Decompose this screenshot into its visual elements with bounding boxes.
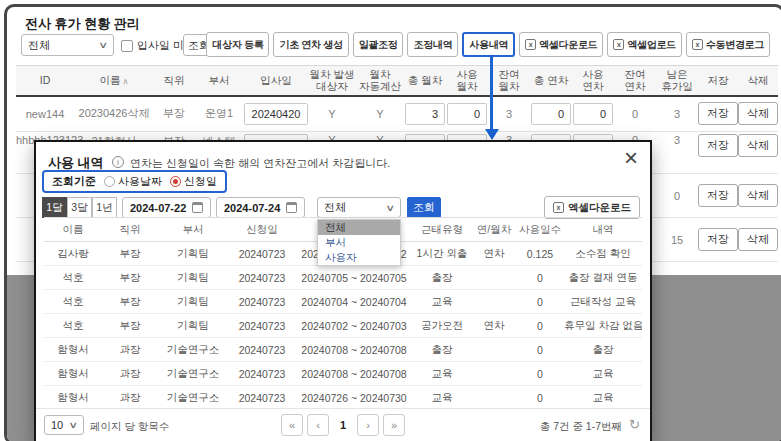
type-option-2[interactable]: 사용자	[318, 250, 400, 265]
delete-button[interactable]: 삭제	[738, 228, 778, 251]
type-select[interactable]: 전체 ∨	[317, 197, 401, 218]
column-header[interactable]: 저장	[698, 66, 738, 96]
dept-cell: 기술연구소	[158, 362, 228, 386]
del-cell: 삭제	[738, 174, 778, 218]
attendance-type-cell: 교육	[412, 362, 472, 386]
modal-excel-download-button[interactable]: x 엑셀다운로드	[544, 196, 640, 219]
leave-type-cell	[472, 338, 516, 362]
column-header[interactable]: 총 월차	[404, 66, 446, 96]
toolbar-button-adjust-history[interactable]: 조정내역	[407, 32, 458, 57]
usage-row: 석호부장기획팀2024072320240702 ~ 20240703공가오전연차…	[44, 314, 642, 338]
save-button[interactable]: 저장	[698, 102, 738, 125]
period-cell: 20240704 ~ 20240704	[296, 290, 412, 314]
remain_annual-cell: 0	[614, 96, 656, 132]
usage-row: 함형서과장기술연구소2024072320240708 ~ 20240708출장0…	[44, 338, 642, 362]
column-header[interactable]: 월차 자동계산	[356, 66, 404, 96]
usage-row: 석호부장기획팀2024072320240704 ~ 20240704교육0근태작…	[44, 290, 642, 314]
per-page-select[interactable]: 10 ∨	[44, 415, 84, 435]
excel-upload-icon: x	[613, 39, 624, 50]
monthly_auto-cell: Y	[356, 96, 404, 132]
total_monthly-input[interactable]	[405, 103, 445, 125]
toolbar-button-manual-change-log[interactable]: x수동변경로그	[686, 32, 770, 57]
scope-select[interactable]: 전체 ∨	[21, 34, 114, 56]
date-from-input[interactable]: 2024-07-22	[122, 197, 211, 218]
column-header[interactable]: 남은 휴가일	[656, 66, 698, 96]
delete-button[interactable]: 삭제	[738, 134, 778, 157]
toolbar-button-excel-upload[interactable]: x엑셀업로드	[607, 32, 682, 57]
toolbar-button-label: 엑셀다운로드	[539, 38, 597, 52]
refresh-icon[interactable]: ↻	[629, 417, 640, 432]
column-header[interactable]: 이름∧	[74, 66, 154, 96]
used-days-cell: 0	[516, 290, 564, 314]
used_monthly-input[interactable]	[447, 103, 487, 125]
dept-cell: 기획팀	[158, 290, 228, 314]
column-header[interactable]: 입사일	[244, 66, 308, 96]
save-cell: 저장	[698, 132, 738, 174]
column-header[interactable]: 사용 연차	[572, 66, 614, 96]
type-option-0[interactable]: 전체	[318, 220, 400, 235]
sort-asc-icon: ∧	[123, 77, 129, 86]
save-button[interactable]: 저장	[698, 184, 738, 207]
range-button-2[interactable]: 1년	[92, 197, 117, 218]
toolbar-button-label: 사용내역	[469, 38, 508, 52]
attendance-type-cell: 교육	[412, 290, 472, 314]
column-header[interactable]: 부서	[194, 66, 244, 96]
request-date-cell: 20240723	[228, 362, 296, 386]
leave-type-cell	[472, 362, 516, 386]
period-cell: 20240708 ~ 20240708	[296, 362, 412, 386]
column-header: 이름	[44, 218, 102, 242]
request-date-cell: 20240723	[228, 338, 296, 362]
prev-page-button[interactable]: ‹	[307, 414, 329, 436]
close-icon[interactable]: ×	[624, 146, 638, 170]
used-days-cell: 0	[516, 266, 564, 290]
monthly_target-cell: Y	[308, 96, 356, 132]
column-header[interactable]: 사용 월차	[446, 66, 488, 96]
last-page-button[interactable]: »	[383, 414, 405, 436]
request-date-cell: 20240723	[228, 314, 296, 338]
request-date-cell: 20240723	[228, 290, 296, 314]
column-header[interactable]: 잔여 연차	[614, 66, 656, 96]
modal-excel-download-label: 엑셀다운로드	[568, 201, 631, 215]
first-page-button[interactable]: «	[281, 414, 303, 436]
modal-search-button[interactable]: 조회	[407, 197, 441, 218]
type-option-1[interactable]: 부서	[318, 235, 400, 250]
toolbar-button-register-target[interactable]: 대상자 등록	[206, 32, 269, 57]
usage-date-radio[interactable]: 사용날짜	[104, 174, 162, 189]
request-date-radio[interactable]: 신청일	[170, 174, 217, 189]
save-button[interactable]: 저장	[698, 134, 738, 157]
checkbox-icon	[121, 40, 133, 52]
toolbar-button-usage-history[interactable]: 사용내역	[462, 32, 515, 57]
column-header[interactable]: 잔여 월차	[488, 66, 530, 96]
toolbar-button-bulk-adjust[interactable]: 일괄조정	[353, 32, 404, 57]
save-button[interactable]: 저장	[698, 228, 738, 251]
range-button-0[interactable]: 1달	[42, 197, 67, 218]
used-days-cell: 0	[516, 386, 564, 410]
current-page: 1	[333, 419, 353, 431]
column-header[interactable]: 직위	[154, 66, 194, 96]
used-days-cell: 0	[516, 314, 564, 338]
position-cell: 부장	[102, 314, 158, 338]
delete-button[interactable]: 삭제	[738, 102, 778, 125]
toolbar-button-create-base-annual[interactable]: 기초 연차 생성	[273, 32, 348, 57]
calendar-icon	[286, 202, 297, 213]
column-header: 근태유형	[412, 218, 472, 242]
join_date-input[interactable]	[244, 103, 308, 125]
column-header[interactable]: 월차 발생 대상자	[308, 66, 356, 96]
date-to-input[interactable]: 2024-07-24	[216, 197, 305, 218]
toolbar-button-excel-download[interactable]: x엑셀다운로드	[519, 32, 603, 57]
remain_days-cell: 15	[656, 218, 698, 262]
column-header[interactable]: 총 연차	[530, 66, 572, 96]
info-icon: i	[112, 156, 124, 168]
attendance-type-cell: 1시간 외출	[412, 242, 472, 266]
column-header[interactable]: ID	[16, 66, 74, 96]
position-cell: 부장	[154, 96, 194, 132]
total_annual-input[interactable]	[531, 103, 571, 125]
delete-button[interactable]: 삭제	[738, 184, 778, 207]
range-button-1[interactable]: 3달	[67, 197, 92, 218]
column-header[interactable]: 삭제	[738, 66, 778, 96]
total-count: 총 7건 중 1-7번째	[540, 420, 622, 434]
column-header: 연/월차	[472, 218, 516, 242]
dept-cell: 기획팀	[158, 242, 228, 266]
used_annual-input[interactable]	[573, 103, 613, 125]
next-page-button[interactable]: ›	[357, 414, 379, 436]
